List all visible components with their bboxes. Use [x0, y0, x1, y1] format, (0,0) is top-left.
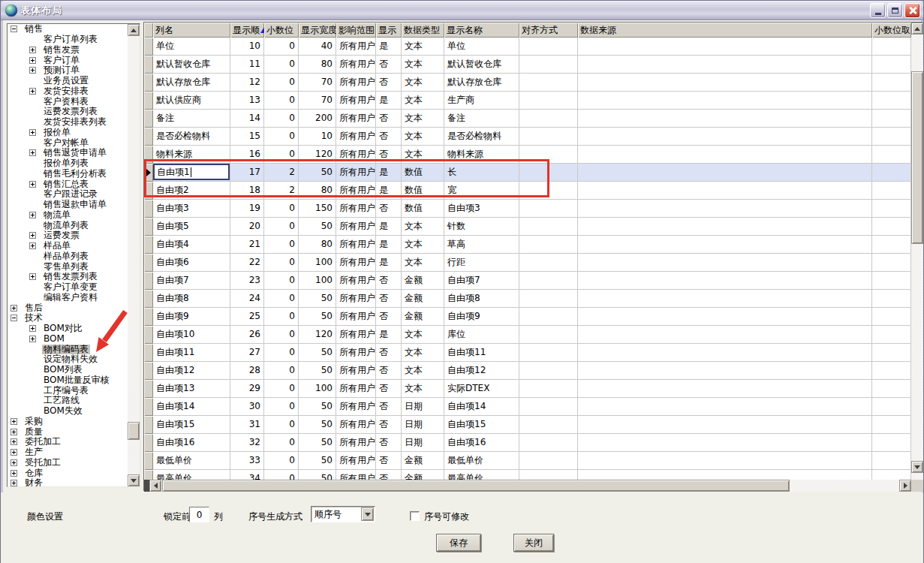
table-row[interactable]: 自由项218280所有用户是数值宽 — [144, 182, 911, 200]
grid-scroll-left-button[interactable] — [149, 480, 161, 492]
cell-type[interactable]: 文本 — [402, 146, 444, 164]
tree-item[interactable]: 受托加工 — [8, 458, 128, 468]
tree-item[interactable]: 样品单列表 — [8, 251, 128, 262]
cell-show[interactable]: 否 — [376, 272, 402, 290]
cell-show[interactable]: 否 — [376, 362, 402, 380]
save-button[interactable]: 保存 — [436, 534, 481, 552]
cell-width[interactable]: 50 — [299, 308, 336, 326]
table-row[interactable]: 单位10040所有用户是文本单位 — [144, 38, 911, 56]
cell-decimals[interactable]: 0 — [264, 146, 299, 164]
cell-scope[interactable]: 所有用户 — [336, 452, 376, 470]
cell-width[interactable]: 50 — [299, 398, 336, 416]
cell-width[interactable]: 120 — [299, 326, 336, 344]
cell-scope[interactable]: 所有用户 — [336, 470, 376, 480]
tree-item[interactable]: 运费发票列表 — [8, 107, 128, 117]
cell-show[interactable]: 是 — [376, 182, 402, 200]
row-selector[interactable] — [144, 344, 153, 362]
cell-decimals[interactable]: 0 — [264, 128, 299, 146]
cell-decimals[interactable]: 0 — [264, 92, 299, 110]
cell-display_name[interactable]: 默认存放仓库 — [444, 74, 519, 92]
cell-source[interactable] — [578, 182, 872, 200]
tree-item[interactable]: 工艺路线 — [8, 396, 128, 406]
cell-type[interactable]: 金额 — [402, 290, 444, 308]
grid-scroll-up-button[interactable] — [911, 23, 923, 35]
cell-align[interactable] — [519, 218, 578, 236]
cell-rounding[interactable] — [872, 164, 911, 182]
expand-icon[interactable] — [29, 325, 36, 332]
row-selector[interactable] — [144, 164, 153, 182]
tree-item[interactable]: BOM — [8, 334, 128, 345]
cell-display_name[interactable]: 默认暂收仓库 — [444, 56, 519, 74]
cell-scope[interactable]: 所有用户 — [336, 218, 376, 236]
row-selector[interactable] — [144, 290, 153, 308]
cell-width[interactable]: 120 — [299, 146, 336, 164]
column-header[interactable]: 小数位取 — [872, 23, 911, 38]
cell-name[interactable]: 自由项2 — [153, 182, 230, 200]
cell-decimals[interactable]: 0 — [264, 236, 299, 254]
cell-source[interactable] — [578, 326, 872, 344]
expand-icon[interactable] — [11, 470, 17, 477]
cell-type[interactable]: 文本 — [402, 110, 444, 128]
cell-width[interactable]: 80 — [299, 182, 336, 200]
cell-order[interactable]: 15 — [230, 128, 264, 146]
expand-icon[interactable] — [29, 181, 36, 188]
tree-item[interactable]: 零售单列表 — [8, 261, 128, 272]
cell-show[interactable]: 否 — [376, 74, 402, 92]
cell-align[interactable] — [519, 200, 578, 218]
column-header[interactable]: 显示名称 — [444, 23, 519, 38]
cell-type[interactable]: 文本 — [402, 236, 444, 254]
cell-source[interactable] — [578, 416, 872, 434]
cell-scope[interactable]: 所有用户 — [336, 398, 376, 416]
table-row[interactable]: 物料来源160120所有用户否文本物料来源 — [144, 146, 911, 164]
tree-item[interactable]: 发货安排表列表 — [8, 117, 128, 128]
tree-item[interactable]: 运费发票 — [8, 230, 128, 241]
cell-width[interactable]: 150 — [299, 200, 336, 218]
tree-item[interactable]: 物流单 — [8, 210, 128, 221]
cell-order[interactable]: 17 — [230, 164, 264, 182]
cell-display_name[interactable]: 自由项7 — [444, 272, 519, 290]
cell-show[interactable]: 否 — [376, 398, 402, 416]
table-row[interactable]: 自由项13290100所有用户否文本实际DTEX — [144, 380, 911, 398]
cell-decimals[interactable]: 0 — [264, 380, 299, 398]
cell-rounding[interactable] — [872, 110, 911, 128]
cell-width[interactable]: 40 — [299, 38, 336, 56]
cell-name[interactable]: 自由项11 — [153, 344, 230, 362]
tree-item[interactable]: 销售发票列表 — [8, 272, 128, 282]
cell-source[interactable] — [578, 362, 872, 380]
cell-decimals[interactable]: 2 — [264, 182, 299, 200]
cell-type[interactable]: 日期 — [402, 398, 444, 416]
cell-name[interactable]: 自由项6 — [153, 254, 230, 272]
cell-scope[interactable]: 所有用户 — [336, 272, 376, 290]
cell-source[interactable] — [578, 470, 872, 480]
tree-item[interactable]: 客户订单 — [8, 55, 128, 65]
row-selector[interactable] — [144, 56, 153, 74]
cell-source[interactable] — [578, 92, 872, 110]
tree-item[interactable]: 采购 — [8, 417, 128, 427]
tree-item[interactable]: 财务 — [8, 478, 128, 486]
cell-display_name[interactable]: 最低单价 — [444, 452, 519, 470]
cell-width[interactable]: 80 — [299, 56, 336, 74]
tree-item[interactable]: 预测订单 — [8, 65, 128, 76]
cell-width[interactable]: 50 — [299, 434, 336, 452]
expand-icon[interactable] — [29, 129, 36, 136]
row-selector[interactable] — [144, 326, 153, 344]
cell-rounding[interactable] — [872, 398, 911, 416]
cell-width[interactable]: 50 — [299, 344, 336, 362]
tree-item[interactable]: 物料编码表 — [8, 344, 128, 354]
cell-decimals[interactable]: 0 — [264, 200, 299, 218]
tree-item[interactable]: 销售 — [8, 24, 128, 35]
expand-icon[interactable] — [11, 480, 17, 486]
cell-name[interactable]: 自由项7 — [153, 272, 230, 290]
cell-source[interactable] — [578, 344, 872, 362]
cell-decimals[interactable]: 0 — [264, 272, 299, 290]
row-selector[interactable] — [144, 74, 153, 92]
cell-scope[interactable]: 所有用户 — [336, 326, 376, 344]
cell-show[interactable]: 否 — [376, 128, 402, 146]
cell-rounding[interactable] — [872, 470, 911, 480]
cell-align[interactable] — [519, 380, 578, 398]
row-selector[interactable] — [144, 254, 153, 272]
cell-source[interactable] — [578, 308, 872, 326]
cell-display_name[interactable]: 物料来源 — [444, 146, 519, 164]
cell-show[interactable]: 是 — [376, 38, 402, 56]
row-selector[interactable] — [144, 434, 153, 452]
